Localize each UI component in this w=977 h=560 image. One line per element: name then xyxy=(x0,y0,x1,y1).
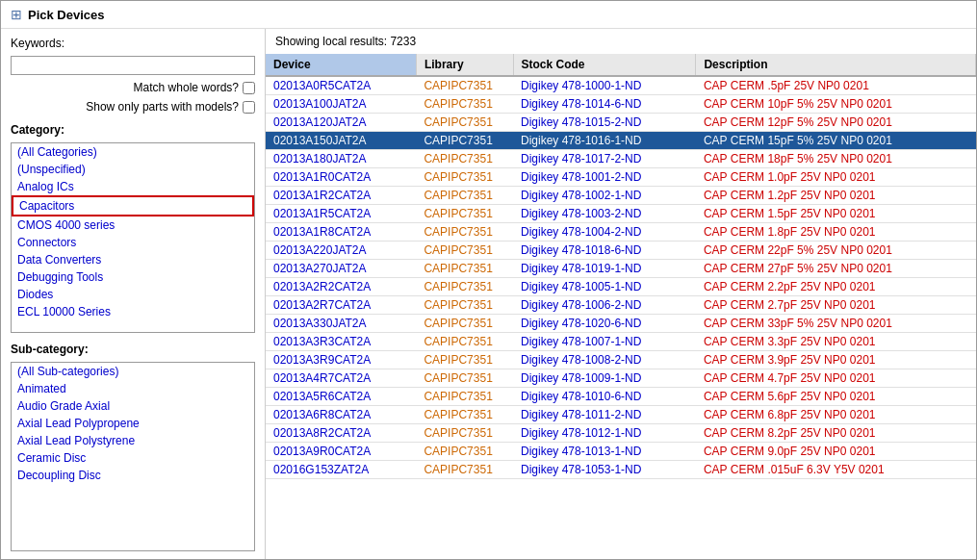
category-list-item[interactable]: Data Converters xyxy=(12,251,254,268)
table-row[interactable]: 02013A5R6CAT2ACAPIPC7351Digikey 478-1010… xyxy=(266,388,976,406)
col-description: Description xyxy=(696,54,976,76)
col-stock: Stock Code xyxy=(513,54,696,76)
table-row[interactable]: 02013A6R8CAT2ACAPIPC7351Digikey 478-1011… xyxy=(266,406,976,424)
results-table-container[interactable]: Device Library Stock Code Description 02… xyxy=(266,54,976,559)
category-list-item[interactable]: Capacitors xyxy=(12,195,254,216)
table-row[interactable]: 02013A8R2CAT2ACAPIPC7351Digikey 478-1012… xyxy=(266,424,976,443)
category-section-label: Category: xyxy=(11,123,255,137)
window-icon: ⊞ xyxy=(11,7,22,22)
table-row[interactable]: 02013A1R2CAT2ACAPIPC7351Digikey 478-1002… xyxy=(266,187,976,205)
keywords-input-row xyxy=(11,56,255,75)
category-list[interactable]: (All Categories)(Unspecified)Analog ICsC… xyxy=(11,142,255,333)
col-library: Library xyxy=(416,54,513,76)
table-row[interactable]: 02013A3R3CAT2ACAPIPC7351Digikey 478-1007… xyxy=(266,333,976,351)
subcategory-list-item[interactable]: Animated xyxy=(12,380,254,397)
right-panel: Showing local results: 7233 Device Libra… xyxy=(266,29,976,559)
title-bar: ⊞ Pick Devices xyxy=(1,1,976,29)
table-row[interactable]: 02013A0R5CAT2ACAPIPC7351Digikey 478-1000… xyxy=(266,76,976,95)
subcategory-list-item[interactable]: Ceramic Disc xyxy=(12,449,254,467)
subcategory-list-item[interactable]: Axial Lead Polystyrene xyxy=(12,432,254,449)
subcategory-section-label: Sub-category: xyxy=(11,343,255,356)
table-row[interactable]: 02013A270JAT2ACAPIPC7351Digikey 478-1019… xyxy=(266,260,976,278)
subcategory-list[interactable]: (All Sub-categories)AnimatedAudio Grade … xyxy=(11,362,255,552)
results-table: Device Library Stock Code Description 02… xyxy=(266,54,976,479)
left-panel: Keywords: Match whole words? Show only p… xyxy=(1,29,266,559)
table-row[interactable]: 02013A1R0CAT2ACAPIPC7351Digikey 478-1001… xyxy=(266,168,976,187)
table-row[interactable]: 02013A9R0CAT2ACAPIPC7351Digikey 478-1013… xyxy=(266,443,976,461)
category-list-item[interactable]: Debugging Tools xyxy=(12,268,254,286)
table-row[interactable]: 02016G153ZAT2ACAPIPC7351Digikey 478-1053… xyxy=(266,461,976,479)
table-row[interactable]: 02013A330JAT2ACAPIPC7351Digikey 478-1020… xyxy=(266,315,976,333)
show-models-row: Show only parts with models? xyxy=(11,100,255,114)
table-row[interactable]: 02013A1R8CAT2ACAPIPC7351Digikey 478-1004… xyxy=(266,223,976,242)
table-row[interactable]: 02013A3R9CAT2ACAPIPC7351Digikey 478-1008… xyxy=(266,351,976,369)
match-whole-words-checkbox[interactable] xyxy=(243,82,255,94)
subcategory-list-item[interactable]: Axial Lead Polypropene xyxy=(12,415,254,432)
category-list-item[interactable]: (All Categories) xyxy=(12,143,254,161)
subcategory-list-item[interactable]: Audio Grade Axial xyxy=(12,397,254,415)
table-row[interactable]: 02013A100JAT2ACAPIPC7351Digikey 478-1014… xyxy=(266,95,976,114)
category-list-item[interactable]: Connectors xyxy=(12,234,254,251)
table-row[interactable]: 02013A150JAT2ACAPIPC7351Digikey 478-1016… xyxy=(266,132,976,150)
show-models-checkbox[interactable] xyxy=(243,101,255,114)
match-whole-words-row: Match whole words? xyxy=(11,81,255,94)
pick-devices-window: ⊞ Pick Devices Keywords: Match whole wor… xyxy=(0,0,977,560)
table-row[interactable]: 02013A2R2CAT2ACAPIPC7351Digikey 478-1005… xyxy=(266,278,976,296)
subcategory-list-item[interactable]: Decoupling Disc xyxy=(12,467,254,484)
table-row[interactable]: 02013A4R7CAT2ACAPIPC7351Digikey 478-1009… xyxy=(266,369,976,388)
table-row[interactable]: 02013A220JAT2ACAPIPC7351Digikey 478-1018… xyxy=(266,242,976,260)
match-whole-words-label: Match whole words? xyxy=(14,81,239,94)
col-device: Device xyxy=(266,54,416,76)
keywords-label: Keywords: xyxy=(11,37,64,50)
table-row[interactable]: 02013A120JAT2ACAPIPC7351Digikey 478-1015… xyxy=(266,114,976,132)
show-models-label: Show only parts with models? xyxy=(14,100,239,114)
subcategory-list-item[interactable]: (All Sub-categories) xyxy=(12,363,254,380)
table-row[interactable]: 02013A2R7CAT2ACAPIPC7351Digikey 478-1006… xyxy=(266,296,976,315)
table-row[interactable]: 02013A180JAT2ACAPIPC7351Digikey 478-1017… xyxy=(266,150,976,168)
category-list-item[interactable]: Diodes xyxy=(12,286,254,303)
results-header: Showing local results: 7233 xyxy=(266,29,976,54)
category-list-item[interactable]: CMOS 4000 series xyxy=(12,216,254,234)
category-list-item[interactable]: Analog ICs xyxy=(12,178,254,195)
table-row[interactable]: 02013A1R5CAT2ACAPIPC7351Digikey 478-1003… xyxy=(266,205,976,223)
window-title: Pick Devices xyxy=(28,8,105,22)
table-header-row: Device Library Stock Code Description xyxy=(266,54,976,76)
keywords-row: Keywords: xyxy=(11,37,255,50)
keywords-input[interactable] xyxy=(11,56,255,75)
category-list-item[interactable]: (Unspecified) xyxy=(12,161,254,178)
category-list-item[interactable]: ECL 10000 Series xyxy=(12,303,254,320)
